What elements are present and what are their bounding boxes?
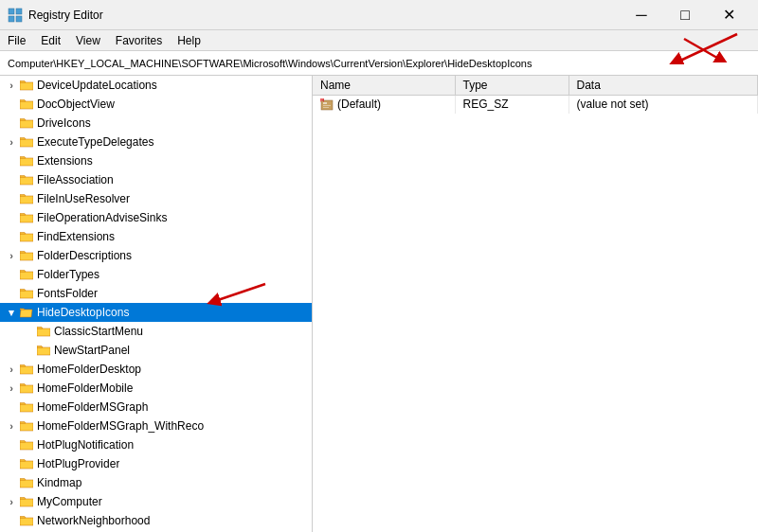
- tree-panel[interactable]: ›DeviceUpdateLocations DocObjectView Dri…: [0, 76, 313, 532]
- folder-icon-mycomputer: [19, 494, 34, 509]
- folder-icon-classicstartmenu: [36, 324, 51, 339]
- tree-item-classicstartmenu[interactable]: ClassicStartMenu: [0, 322, 312, 341]
- svg-rect-9: [20, 139, 33, 147]
- tree-item-kindmap[interactable]: Kindmap: [0, 473, 312, 492]
- folder-icon-homefolderdesktop: [19, 362, 34, 377]
- tree-item-folderdescriptions[interactable]: ›FolderDescriptions: [0, 246, 312, 265]
- tree-item-hidedesktopicons[interactable]: ▾HideDesktopIcons: [0, 303, 312, 322]
- tree-label-classicstartmenu: ClassicStartMenu: [54, 325, 143, 338]
- tree-item-fontsfolder[interactable]: FontsFolder: [0, 284, 312, 303]
- svg-rect-28: [20, 518, 33, 525]
- tree-label-networkneighborhood: NetworkNeighborhood: [37, 514, 150, 527]
- tree-label-deviceupdatelocations: DeviceUpdateLocations: [37, 79, 157, 92]
- tree-item-executetypedelegates[interactable]: ›ExecuteTypeDelegates: [0, 133, 312, 151]
- menu-help[interactable]: Help: [170, 30, 208, 50]
- tree-item-fileinuseresolver[interactable]: FileInUseResolver: [0, 189, 312, 208]
- tree-label-homefoldermobile: HomeFolderMobile: [37, 381, 133, 395]
- right-panel[interactable]: Name Type Data (Default)REG_SZ(value not…: [313, 76, 758, 532]
- expand-btn-folderdescriptions[interactable]: ›: [4, 248, 19, 263]
- folder-icon-hidedesktopicons: [19, 305, 34, 320]
- close-button[interactable]: ✕: [707, 0, 750, 30]
- folder-icon-extensions: [19, 153, 34, 168]
- folder-icon-newstartpanel: [36, 343, 51, 358]
- svg-rect-16: [20, 272, 33, 279]
- address-path: Computer\HKEY_LOCAL_MACHINE\SOFTWARE\Mic…: [4, 56, 754, 71]
- tree-item-networkneighborhood[interactable]: NetworkNeighborhood: [0, 511, 312, 530]
- maximize-button[interactable]: □: [663, 0, 707, 30]
- svg-rect-33: [323, 102, 327, 104]
- svg-rect-18: [37, 328, 50, 336]
- svg-rect-35: [323, 107, 329, 108]
- tree-label-mycomputer: MyComputer: [37, 495, 102, 508]
- expand-btn-homefolderMSGraphWithReco[interactable]: ›: [4, 418, 19, 434]
- svg-rect-26: [20, 480, 33, 488]
- folder-icon-fileoperationadvisesinks: [19, 210, 34, 225]
- expand-btn-deviceupdatelocations[interactable]: ›: [4, 78, 19, 93]
- svg-rect-7: [20, 101, 33, 109]
- col-type[interactable]: Type: [455, 76, 568, 96]
- tree-item-homefolderdesktop[interactable]: ›HomeFolderDesktop: [0, 360, 312, 379]
- folder-icon-foldertypes: [19, 267, 34, 282]
- tree-label-extensions: Extensions: [37, 154, 93, 168]
- tree-item-findextensions[interactable]: FindExtensions: [0, 227, 312, 246]
- table-row[interactable]: (Default)REG_SZ(value not set): [313, 96, 758, 114]
- tree-label-driveicons: DriveIcons: [37, 116, 91, 130]
- folder-icon-kindmap: [19, 475, 34, 490]
- tree-item-newstartpanel[interactable]: NewStartPanel: [0, 341, 312, 360]
- expand-btn-homefoldermobile[interactable]: ›: [4, 381, 19, 396]
- tree-item-deviceupdatelocations[interactable]: ›DeviceUpdateLocations: [0, 76, 312, 95]
- folder-icon-homefolderMSGraphWithReco: [19, 418, 34, 434]
- svg-rect-14: [20, 234, 33, 241]
- svg-rect-3: [16, 16, 22, 22]
- tree-item-extensions[interactable]: Extensions: [0, 151, 312, 170]
- tree-item-mycomputer[interactable]: ›MyComputer: [0, 492, 312, 511]
- svg-rect-20: [20, 366, 33, 374]
- menu-favorites[interactable]: Favorites: [108, 30, 170, 50]
- folder-icon-docobjectview: [19, 97, 34, 112]
- tree-item-foldertypes[interactable]: FolderTypes: [0, 265, 312, 284]
- col-name[interactable]: Name: [313, 76, 455, 96]
- app-title: Registry Editor: [28, 9, 103, 22]
- expand-btn-hidedesktopicons[interactable]: ▾: [4, 305, 19, 320]
- folder-icon-folderdescriptions: [19, 248, 34, 263]
- menu-file[interactable]: File: [0, 30, 33, 50]
- tree-label-fileinuseresolver: FileInUseResolver: [37, 192, 130, 205]
- tree-label-homefolderdesktop: HomeFolderDesktop: [37, 363, 141, 376]
- menu-edit[interactable]: Edit: [33, 30, 68, 50]
- tree-item-hotplugnotification[interactable]: HotPlugNotification: [0, 435, 312, 454]
- tree-item-homefolderMSGraphWithReco[interactable]: ›HomeFolderMSGraph_WithReco: [0, 417, 312, 435]
- tree-item-hotplugprovider[interactable]: HotPlugProvider: [0, 454, 312, 473]
- svg-rect-10: [20, 158, 33, 166]
- folder-icon-deviceupdatelocations: [19, 78, 34, 93]
- folder-icon-fontsfolder: [19, 286, 34, 301]
- tree-item-homefolderMSGraph[interactable]: HomeFolderMSGraph: [0, 398, 312, 417]
- tree-item-homefoldermobile[interactable]: ›HomeFolderMobile: [0, 379, 312, 398]
- folder-icon-fileassociation: [19, 172, 34, 187]
- svg-rect-24: [20, 442, 33, 450]
- tree-item-fileoperationadvisesinks[interactable]: FileOperationAdviseSinks: [0, 208, 312, 227]
- svg-rect-23: [20, 423, 33, 431]
- tree-label-hotplugnotification: HotPlugNotification: [37, 438, 134, 452]
- tree-label-folderdescriptions: FolderDescriptions: [37, 249, 132, 262]
- tree-item-driveicons[interactable]: DriveIcons: [0, 114, 312, 133]
- app-icon: [8, 8, 23, 23]
- expand-btn-mycomputer[interactable]: ›: [4, 494, 19, 509]
- tree-label-executetypedelegates: ExecuteTypeDelegates: [37, 135, 153, 149]
- svg-rect-0: [9, 9, 14, 14]
- tree-item-docobjectview[interactable]: DocObjectView: [0, 95, 312, 114]
- cell-data: (value not set): [568, 96, 758, 114]
- address-bar: Computer\HKEY_LOCAL_MACHINE\SOFTWARE\Mic…: [0, 51, 758, 76]
- folder-icon-networkneighborhood: [19, 513, 34, 528]
- svg-rect-22: [20, 404, 33, 412]
- tree-label-homefolderMSGraphWithReco: HomeFolderMSGraph_WithReco: [37, 419, 204, 433]
- menu-view[interactable]: View: [68, 30, 108, 50]
- expand-btn-homefolderdesktop[interactable]: ›: [4, 362, 19, 377]
- svg-rect-11: [20, 177, 33, 185]
- col-data[interactable]: Data: [568, 76, 758, 96]
- tree-item-fileassociation[interactable]: FileAssociation: [0, 170, 312, 189]
- registry-value-icon: [320, 98, 334, 111]
- expand-btn-executetypedelegates[interactable]: ›: [4, 134, 19, 150]
- minimize-button[interactable]: ─: [620, 0, 663, 30]
- registry-table: Name Type Data (Default)REG_SZ(value not…: [313, 76, 758, 114]
- svg-rect-27: [20, 499, 33, 506]
